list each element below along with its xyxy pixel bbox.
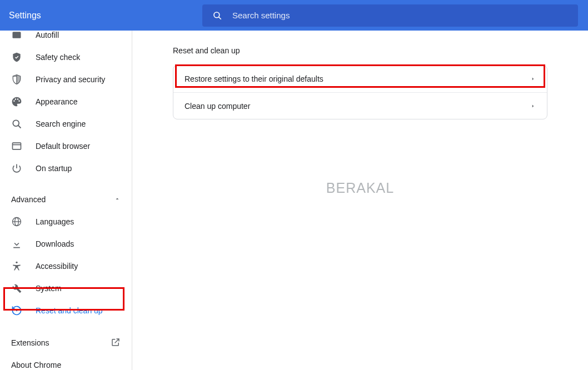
sidebar-item-accessibility[interactable]: Accessibility bbox=[0, 255, 132, 277]
svg-point-10 bbox=[16, 262, 17, 263]
sidebar-item-label: Autofill bbox=[36, 31, 59, 39]
extensions-label: Extensions bbox=[11, 338, 49, 347]
card-row-label: Restore settings to their original defau… bbox=[185, 74, 323, 83]
sidebar-item-default-browser[interactable]: Default browser bbox=[0, 135, 132, 157]
sidebar-item-reset[interactable]: Reset and clean up bbox=[0, 299, 132, 322]
main-content: Reset and clean up Restore settings to t… bbox=[132, 31, 588, 370]
watermark-text: BERAKAL bbox=[326, 180, 394, 196]
power-icon bbox=[11, 163, 22, 174]
app-title: Settings bbox=[9, 11, 202, 21]
sidebar-item-label: Reset and clean up bbox=[36, 306, 103, 315]
sidebar-item-on-startup[interactable]: On startup bbox=[0, 157, 132, 179]
palette-icon bbox=[11, 96, 22, 107]
sidebar-item-label: System bbox=[36, 284, 62, 293]
svg-line-1 bbox=[218, 17, 221, 19]
svg-point-11 bbox=[16, 310, 18, 312]
sidebar-item-label: On startup bbox=[36, 164, 72, 173]
sidebar-item-label: Default browser bbox=[36, 142, 90, 151]
sidebar: Autofill Safety check Privacy and securi… bbox=[0, 31, 132, 370]
sidebar-extensions[interactable]: Extensions bbox=[0, 332, 132, 354]
shield-icon bbox=[11, 74, 22, 85]
sidebar-item-appearance[interactable]: Appearance bbox=[0, 91, 132, 113]
autofill-icon bbox=[11, 31, 22, 41]
download-icon bbox=[11, 238, 22, 249]
accessibility-icon bbox=[11, 261, 22, 272]
sidebar-item-downloads[interactable]: Downloads bbox=[0, 233, 132, 255]
sidebar-item-search-engine[interactable]: Search engine bbox=[0, 113, 132, 135]
external-link-icon bbox=[111, 337, 121, 349]
search-input[interactable] bbox=[232, 11, 568, 20]
sidebar-item-label: Privacy and security bbox=[36, 75, 105, 84]
sidebar-item-label: Search engine bbox=[36, 119, 86, 128]
svg-point-3 bbox=[13, 120, 19, 126]
about-label: About Chrome bbox=[11, 361, 61, 369]
sidebar-item-privacy[interactable]: Privacy and security bbox=[0, 68, 132, 91]
svg-rect-5 bbox=[13, 143, 21, 149]
sidebar-item-label: Accessibility bbox=[36, 262, 78, 271]
sidebar-item-safety[interactable]: Safety check bbox=[0, 46, 132, 68]
sidebar-item-languages[interactable]: Languages bbox=[0, 211, 132, 233]
advanced-section-toggle[interactable]: Advanced bbox=[0, 188, 132, 211]
svg-rect-2 bbox=[13, 32, 21, 38]
sidebar-item-system[interactable]: System bbox=[0, 277, 132, 299]
restore-icon bbox=[11, 305, 22, 316]
browser-icon bbox=[11, 141, 22, 152]
restore-defaults-row[interactable]: Restore settings to their original defau… bbox=[173, 66, 547, 92]
sidebar-item-label: Languages bbox=[36, 217, 74, 226]
svg-line-4 bbox=[18, 126, 21, 128]
search-container[interactable] bbox=[202, 4, 578, 27]
card-row-label: Clean up computer bbox=[185, 102, 250, 111]
section-title: Reset and clean up bbox=[173, 46, 547, 55]
chevron-right-icon bbox=[530, 102, 536, 111]
chevron-up-icon bbox=[114, 195, 121, 204]
cleanup-computer-row[interactable]: Clean up computer bbox=[173, 92, 547, 119]
search-icon bbox=[212, 11, 222, 21]
globe-icon bbox=[11, 216, 22, 227]
svg-point-0 bbox=[214, 12, 220, 18]
wrench-icon bbox=[11, 283, 22, 294]
shield-check-icon bbox=[11, 52, 22, 63]
app-header: Settings bbox=[0, 0, 588, 31]
chevron-right-icon bbox=[530, 74, 536, 83]
sidebar-item-label: Downloads bbox=[36, 239, 74, 248]
settings-card: Restore settings to their original defau… bbox=[173, 65, 547, 119]
sidebar-about[interactable]: About Chrome bbox=[0, 354, 132, 370]
advanced-label: Advanced bbox=[11, 195, 46, 204]
sidebar-item-autofill[interactable]: Autofill bbox=[0, 31, 132, 46]
sidebar-item-label: Appearance bbox=[36, 97, 78, 106]
magnify-icon bbox=[11, 118, 22, 129]
sidebar-item-label: Safety check bbox=[36, 53, 80, 62]
